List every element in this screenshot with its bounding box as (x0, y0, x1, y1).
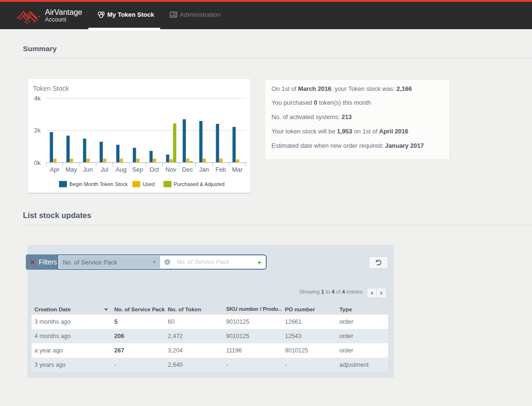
svg-text:Jul: Jul (100, 166, 108, 173)
svg-text:Aug: Aug (116, 166, 127, 173)
svg-text:2k: 2k (34, 127, 41, 134)
svg-text:Begin Month Token Stock: Begin Month Token Stock (69, 181, 128, 187)
svg-text:Apr: Apr (50, 166, 60, 173)
svg-text:Dec: Dec (182, 166, 193, 173)
svg-text:0k: 0k (34, 159, 41, 166)
svg-text:4k: 4k (34, 95, 41, 102)
svg-text:Jan: Jan (199, 166, 209, 173)
svg-text:Purchased & Adjusted: Purchased & Adjusted (174, 181, 225, 187)
svg-text:Sep: Sep (132, 166, 143, 173)
svg-text:Jun: Jun (83, 166, 93, 173)
svg-text:Token Stock: Token Stock (33, 85, 69, 92)
svg-text:May: May (65, 166, 77, 173)
svg-text:Used: Used (143, 181, 155, 187)
svg-text:Nov: Nov (165, 166, 176, 173)
svg-text:Oct: Oct (150, 166, 159, 173)
svg-text:Feb: Feb (216, 166, 226, 173)
svg-text:Mar: Mar (232, 166, 243, 173)
